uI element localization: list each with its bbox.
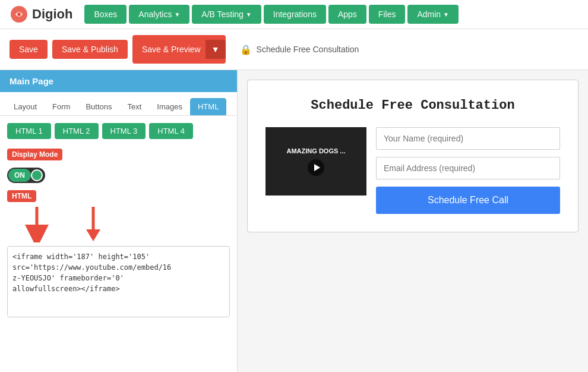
form-fields: Schedule Free Call bbox=[376, 127, 560, 214]
save-publish-button[interactable]: Save & Publish bbox=[52, 40, 128, 59]
schedule-call-button[interactable]: Schedule Free Call bbox=[376, 187, 560, 214]
save-button[interactable]: Save bbox=[10, 40, 48, 59]
logo-icon bbox=[10, 5, 29, 24]
lock-icon: 🔒 bbox=[240, 44, 252, 55]
email-input[interactable] bbox=[376, 157, 560, 179]
html-button-row: HTML 1 HTML 2 HTML 3 HTML 4 bbox=[0, 116, 237, 146]
analytics-arrow-icon: ▼ bbox=[174, 11, 180, 18]
html3-button[interactable]: HTML 3 bbox=[102, 123, 146, 139]
tab-html[interactable]: HTML bbox=[190, 98, 226, 115]
preview-title: Schedule Free Consultation bbox=[265, 98, 560, 113]
svg-marker-5 bbox=[86, 229, 100, 241]
tab-bar: Layout Form Buttons Text Images HTML bbox=[0, 92, 237, 116]
video-play-button[interactable] bbox=[308, 159, 324, 176]
display-mode-toggle[interactable]: ON bbox=[7, 168, 45, 183]
nav-apps[interactable]: Apps bbox=[328, 5, 366, 24]
toggle-circle bbox=[31, 169, 43, 181]
preview-box: Schedule Free Consultation AMAZING DOGS … bbox=[247, 80, 578, 232]
nav-boxes[interactable]: Boxes bbox=[84, 5, 127, 24]
preview-form-row: AMAZING DOGS ... Schedule Free Call bbox=[265, 127, 560, 214]
main-layout: Main Page Layout Form Buttons Text Image… bbox=[0, 70, 588, 372]
svg-marker-3 bbox=[30, 229, 44, 241]
html1-button[interactable]: HTML 1 bbox=[7, 123, 51, 139]
admin-arrow-icon: ▼ bbox=[443, 11, 449, 18]
right-panel: Schedule Free Consultation AMAZING DOGS … bbox=[238, 70, 588, 372]
ab-testing-arrow-icon: ▼ bbox=[246, 11, 252, 18]
toolbar: Save Save & Publish Save & Preview ▼ 🔒 S… bbox=[0, 29, 588, 70]
tab-buttons[interactable]: Buttons bbox=[78, 98, 119, 115]
nav-ab-testing[interactable]: A/B Testing ▼ bbox=[192, 5, 261, 24]
video-thumbnail: AMAZING DOGS ... bbox=[265, 127, 366, 196]
toggle-on-label: ON bbox=[8, 169, 31, 182]
tab-images[interactable]: Images bbox=[149, 98, 190, 115]
arrows-container bbox=[0, 207, 237, 242]
arrow-left-icon bbox=[24, 207, 50, 242]
tab-text[interactable]: Text bbox=[119, 98, 149, 115]
main-nav: Boxes Analytics ▼ A/B Testing ▼ Integrat… bbox=[84, 5, 459, 24]
left-panel: Main Page Layout Form Buttons Text Image… bbox=[0, 70, 238, 372]
toggle-row: ON bbox=[0, 163, 237, 188]
html4-button[interactable]: HTML 4 bbox=[149, 123, 193, 139]
preview-label: 🔒 Schedule Free Consultation bbox=[240, 44, 359, 55]
html2-button[interactable]: HTML 2 bbox=[55, 123, 99, 139]
nav-integrations[interactable]: Integrations bbox=[264, 5, 326, 24]
nav-analytics[interactable]: Analytics ▼ bbox=[129, 5, 189, 24]
tab-layout[interactable]: Layout bbox=[6, 98, 45, 115]
video-text: AMAZING DOGS ... bbox=[284, 147, 348, 155]
arrow-right-icon bbox=[80, 207, 107, 242]
header: Digioh Boxes Analytics ▼ A/B Testing ▼ I… bbox=[0, 0, 588, 29]
play-triangle-icon bbox=[314, 164, 320, 171]
save-preview-arrow-icon[interactable]: ▼ bbox=[206, 40, 226, 59]
svg-point-1 bbox=[17, 12, 21, 16]
name-input[interactable] bbox=[376, 127, 560, 150]
display-mode-section: Display Mode bbox=[0, 146, 237, 163]
panel-title: Main Page bbox=[0, 70, 237, 92]
logo: Digioh bbox=[10, 5, 72, 24]
html-code-editor[interactable]: <iframe width='187' height='105' src='ht… bbox=[7, 246, 230, 317]
save-preview-button[interactable]: Save & Preview ▼ bbox=[132, 35, 226, 64]
logo-text: Digioh bbox=[32, 7, 72, 22]
nav-admin[interactable]: Admin ▼ bbox=[407, 5, 459, 24]
tab-form[interactable]: Form bbox=[45, 98, 78, 115]
html-section-badge: HTML bbox=[7, 190, 36, 202]
display-mode-badge: Display Mode bbox=[7, 149, 62, 160]
nav-files[interactable]: Files bbox=[369, 5, 406, 24]
